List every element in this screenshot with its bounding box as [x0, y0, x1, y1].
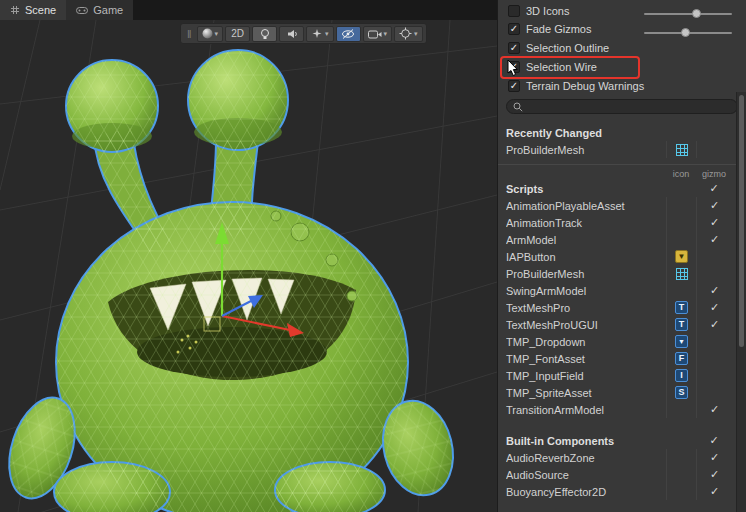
- video-camera-icon: [368, 29, 382, 39]
- gizmo-checkbox[interactable]: [696, 333, 732, 350]
- icon-cell: [666, 214, 696, 231]
- icon-cell: [666, 265, 696, 282]
- row-audioreverbzone[interactable]: AudioReverbZone ✓: [498, 449, 746, 466]
- row-textmeshprougui[interactable]: TextMeshProUGUI T ✓: [498, 316, 746, 333]
- monster-model[interactable]: [0, 50, 463, 512]
- selection-outline-checkbox[interactable]: ✓: [508, 42, 520, 54]
- row-audiosource[interactable]: AudioSource ✓: [498, 466, 746, 483]
- row-label: TextMeshProUGUI: [506, 319, 666, 331]
- tab-scene[interactable]: Scene: [0, 0, 66, 20]
- slider-track: [644, 13, 732, 15]
- row-tmp-spriteasset[interactable]: TMP_SpriteAsset S: [498, 384, 746, 401]
- gizmo-column-label: gizmo: [696, 169, 732, 179]
- option-label: Terrain Debug Warnings: [526, 80, 644, 92]
- gizmo-checkbox[interactable]: ✓: [696, 401, 732, 418]
- row-tmp-fontasset[interactable]: TMP_FontAsset F: [498, 350, 746, 367]
- audio-toggle-button[interactable]: [279, 26, 304, 42]
- selection-wire-checkbox[interactable]: ✓: [508, 61, 520, 73]
- 3d-icons-checkbox[interactable]: [508, 5, 520, 17]
- row-tmp-inputfield[interactable]: TMP_InputField I: [498, 367, 746, 384]
- toolbar-drag-handle[interactable]: ‖: [184, 28, 195, 40]
- scene-viewport[interactable]: ‖ ▾ 2D ▾: [0, 20, 497, 512]
- 2d-toggle-button[interactable]: 2D: [225, 26, 250, 42]
- gizmos-dropdown-button[interactable]: ▾: [394, 26, 423, 42]
- eye-slash-icon: [341, 28, 355, 40]
- tab-game[interactable]: Game: [66, 0, 133, 20]
- fade-gizmos-checkbox[interactable]: ✓: [508, 23, 520, 35]
- row-transitionarmmodel[interactable]: TransitionArmModel ✓: [498, 401, 746, 418]
- fade-gizmos-slider[interactable]: [644, 27, 732, 39]
- scene-view-toolbar: ‖ ▾ 2D ▾: [180, 23, 427, 44]
- icon-cell: [666, 449, 696, 466]
- camera-dropdown-button[interactable]: ▾: [363, 26, 393, 42]
- gizmo-checkbox[interactable]: ✓: [696, 197, 732, 214]
- icon-cell: [666, 231, 696, 248]
- gizmo-checkbox[interactable]: ✓: [696, 449, 732, 466]
- gizmo-checkbox[interactable]: [696, 350, 732, 367]
- gizmo-cell[interactable]: [696, 141, 732, 158]
- row-probuildermesh-recent[interactable]: ProBuilderMesh: [498, 141, 746, 158]
- row-buoyancyeffector2d[interactable]: BuoyancyEffector2D ✓: [498, 483, 746, 500]
- section-title: Built-in Components: [506, 435, 666, 447]
- icon-cell: [666, 141, 696, 158]
- scripts-master-gizmo-checkbox[interactable]: ✓: [696, 180, 732, 197]
- row-probuildermesh[interactable]: ProBuilderMesh: [498, 265, 746, 282]
- option-selection-outline[interactable]: ✓ Selection Outline: [498, 38, 746, 57]
- chevron-down-icon: ▾: [215, 30, 219, 38]
- gizmo-checkbox[interactable]: ✓: [696, 299, 732, 316]
- lighting-toggle-button[interactable]: [252, 26, 277, 42]
- shaded-sphere-icon: [202, 28, 213, 39]
- gizmos-search[interactable]: [506, 99, 738, 114]
- gizmo-checkbox[interactable]: ✓: [696, 483, 732, 500]
- row-label: SwingArmModel: [506, 285, 666, 297]
- panel-scrollbar[interactable]: [736, 92, 746, 512]
- scene-render: [0, 20, 497, 512]
- search-input[interactable]: [527, 100, 731, 113]
- row-tmp-dropdown[interactable]: TMP_Dropdown ▼: [498, 333, 746, 350]
- option-selection-wire[interactable]: ✓ Selection Wire: [498, 57, 746, 76]
- row-textmeshpro[interactable]: TextMeshPro T ✓: [498, 299, 746, 316]
- row-label: BuoyancyEffector2D: [506, 486, 666, 498]
- row-iapbutton[interactable]: IAPButton ▼: [498, 248, 746, 265]
- gizmo-checkbox[interactable]: [696, 248, 732, 265]
- terrain-debug-checkbox[interactable]: ✓: [508, 80, 520, 92]
- recently-changed-header: Recently Changed: [498, 124, 746, 141]
- effects-dropdown-button[interactable]: ▾: [306, 26, 334, 42]
- draw-mode-button[interactable]: ▾: [197, 26, 224, 42]
- gizmo-checkbox[interactable]: ✓: [696, 231, 732, 248]
- gizmo-checkbox[interactable]: [696, 367, 732, 384]
- row-label: TextMeshPro: [506, 302, 666, 314]
- builtin-master-gizmo-checkbox[interactable]: ✓: [696, 432, 732, 449]
- unity-editor-window: Scene Game: [0, 0, 746, 512]
- gizmo-checkbox[interactable]: ✓: [696, 316, 732, 333]
- tmp-dropdown-icon: ▼: [675, 335, 688, 348]
- gizmo-checkbox[interactable]: [696, 384, 732, 401]
- row-label: ArmModel: [506, 234, 666, 246]
- gizmo-checkbox[interactable]: [696, 265, 732, 282]
- gizmo-checkbox[interactable]: ✓: [696, 214, 732, 231]
- row-animationplayableasset[interactable]: AnimationPlayableAsset ✓: [498, 197, 746, 214]
- 3d-icons-size-slider[interactable]: [644, 8, 732, 20]
- column-labels: icon gizmo: [498, 167, 746, 180]
- option-terrain-debug-warnings[interactable]: ✓ Terrain Debug Warnings: [498, 76, 746, 95]
- icon-cell: ▼: [666, 333, 696, 350]
- scripts-header: Scripts ✓: [498, 180, 746, 197]
- gizmo-checkbox[interactable]: ✓: [696, 466, 732, 483]
- icon-cell: F: [666, 350, 696, 367]
- row-swingarmmodel[interactable]: SwingArmModel ✓: [498, 282, 746, 299]
- hidden-objects-toggle-button[interactable]: [336, 26, 361, 42]
- scrollbar-thumb[interactable]: [739, 95, 744, 347]
- textmeshpro-icon: T: [675, 301, 688, 314]
- tmp-inputfield-icon: I: [675, 369, 688, 382]
- gamepad-icon: [76, 6, 88, 15]
- builtin-components-header: Built-in Components ✓: [498, 432, 746, 449]
- slider-knob[interactable]: [681, 28, 690, 37]
- gizmo-checkbox[interactable]: ✓: [696, 282, 732, 299]
- row-armmodel[interactable]: ArmModel ✓: [498, 231, 746, 248]
- slider-knob[interactable]: [692, 9, 701, 18]
- tab-scene-label: Scene: [25, 4, 56, 16]
- icon-cell: [666, 197, 696, 214]
- row-animationtrack[interactable]: AnimationTrack ✓: [498, 214, 746, 231]
- tab-game-label: Game: [93, 4, 123, 16]
- selection-wireframe: [0, 50, 463, 512]
